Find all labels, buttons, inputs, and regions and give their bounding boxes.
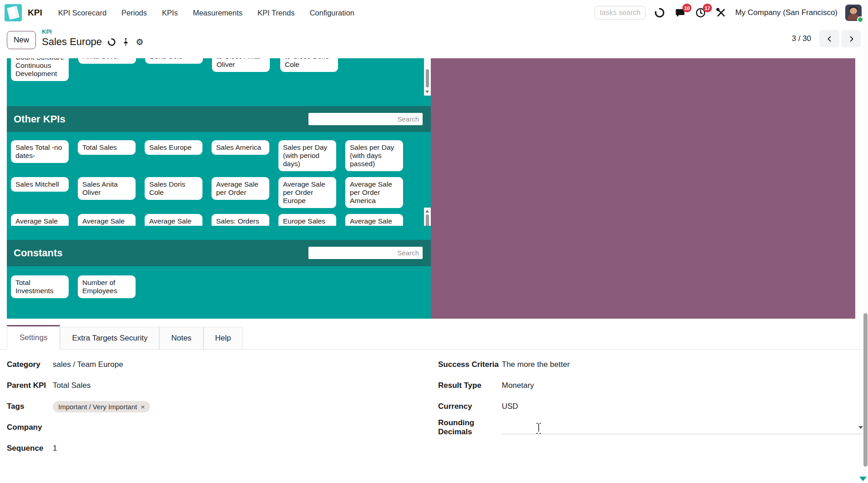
other-kpis-title: Other KPIs	[14, 106, 66, 132]
kpi-button[interactable]: Sales: Orders	[212, 214, 269, 226]
company-menu[interactable]: My Company (San Francisco)	[735, 8, 838, 17]
main-menu: KPI ScorecardPeriodsKPIsMeasurementsKPI …	[58, 9, 354, 17]
app-menu-icon[interactable]	[5, 4, 22, 21]
constant-button[interactable]: Number of Employees	[78, 275, 136, 298]
kpi-button[interactable]: Sales Mitchell	[11, 177, 69, 192]
field-row-parent-kpi: Parent KPI Total Sales	[7, 375, 425, 396]
parent-kpi-value[interactable]: Total Sales	[53, 381, 91, 390]
nav-item[interactable]: KPI Scorecard	[58, 9, 106, 17]
kpi-button[interactable]: Total Sales	[78, 140, 136, 155]
user-avatar[interactable]	[845, 5, 862, 21]
other-kpis-grid: Sales Total -no dates-Total SalesSales E…	[7, 133, 431, 226]
scrollbar-thumb[interactable]	[426, 69, 429, 87]
nav-item[interactable]: Periods	[121, 9, 147, 17]
field-row-sequence: Sequence 1	[7, 438, 425, 459]
kpi-button[interactable]: Sales per Day (with period days)	[278, 140, 336, 171]
browser-scrollbar[interactable]	[863, 0, 868, 483]
form-left-column: Category sales / Team Europe Parent KPI …	[7, 354, 425, 459]
activity-circle-icon[interactable]	[107, 37, 116, 46]
kpi-button[interactable]: Anita Oliver	[78, 58, 136, 64]
success-criteria-value[interactable]: The more the better	[502, 360, 570, 369]
tag-label: Important / Very Important	[58, 403, 137, 411]
tasks-search-input[interactable]	[595, 6, 646, 20]
other-kpis-search-input[interactable]	[308, 113, 423, 125]
app-brand[interactable]: KPI	[28, 8, 42, 18]
result-type-value[interactable]: Monetary	[502, 381, 534, 390]
kpi-button[interactable]: Sales Doris Cole	[145, 177, 202, 200]
kpi-button[interactable]: Sales Total -no dates-	[11, 140, 69, 163]
online-status-dot	[857, 16, 863, 23]
kpi-button[interactable]: Sales Anita Oliver	[78, 177, 136, 200]
kpi-button[interactable]: Average Sale	[11, 214, 69, 226]
dropdown-caret-icon[interactable]	[858, 426, 863, 429]
kpi-button[interactable]: Average Sale per Order Europe	[278, 177, 336, 208]
breadcrumb: KPI Sales Europe ⚙	[42, 28, 144, 48]
nav-item[interactable]: KPIs	[162, 9, 178, 17]
kpi-button[interactable]: Average Sale	[145, 214, 202, 226]
kpi-button[interactable]: Average Sale	[345, 214, 403, 226]
kpi-button[interactable]: Sales Europe	[145, 140, 202, 155]
tools-icon[interactable]	[715, 6, 727, 19]
category-value[interactable]: sales / Team Europe	[53, 360, 123, 369]
messages-icon[interactable]: 10	[674, 6, 686, 19]
field-row-company: Company	[7, 417, 425, 438]
kpi-button[interactable]: Doris Cole	[145, 58, 203, 64]
kpi-button[interactable]: Europe Sales	[278, 214, 336, 226]
tab-notes[interactable]: Notes	[159, 327, 203, 349]
currency-value[interactable]: USD	[502, 402, 518, 411]
scroll-up-arrow-icon[interactable]	[425, 210, 429, 213]
scrollbar-track[interactable]	[424, 208, 431, 226]
messages-badge: 10	[682, 4, 691, 12]
page: KPI KPI ScorecardPeriodsKPIsMeasurements…	[0, 0, 868, 483]
tab-help[interactable]: Help	[203, 327, 243, 349]
pager-counter: 3 / 30	[792, 34, 811, 43]
nav-item[interactable]: Measurements	[193, 9, 242, 17]
kpi-button[interactable]: Average Sale per Order America	[345, 177, 403, 208]
constants-grid: Total InvestmentsNumber of Employees	[7, 266, 431, 298]
field-row-currency: Currency USD	[438, 396, 864, 417]
browser-scrollbar-thumb[interactable]	[863, 313, 868, 467]
new-button[interactable]: New	[7, 31, 36, 49]
tag-remove-icon[interactable]: ×	[141, 403, 145, 410]
kpi-button[interactable]: to Close Anita Oliver	[212, 58, 270, 72]
kpi-button[interactable]: Average Sale per Order	[212, 177, 269, 200]
activities-clock-icon[interactable]: 17	[694, 6, 707, 19]
success-criteria-label: Success Criteria	[438, 360, 502, 369]
parent-kpi-label: Parent KPI	[7, 381, 53, 390]
company-label: Company	[7, 423, 53, 432]
nav-item[interactable]: KPI Trends	[257, 9, 295, 17]
text-cursor	[536, 422, 541, 432]
topbar-right: 10 17 My Company (San Francisco)	[595, 0, 862, 25]
field-row-category: Category sales / Team Europe	[7, 354, 425, 375]
kpi-app-logo-icon	[7, 6, 20, 20]
scrollbar-thumb[interactable]	[426, 214, 429, 226]
constants-search-input[interactable]	[308, 247, 423, 259]
tags-label: Tags	[7, 402, 53, 411]
rounding-decimals-label: Rounding Decimals	[438, 418, 502, 437]
other-kpis-scroll-area: Sales Total -no dates-Total SalesSales E…	[7, 133, 431, 226]
scroll-down-arrow-icon[interactable]	[425, 91, 429, 93]
tab-extra-targets-security[interactable]: Extra Targets Security	[60, 327, 159, 349]
kpi-button[interactable]: Count Software Continuous Development	[11, 58, 69, 81]
field-row-result-type: Result Type Monetary	[438, 375, 864, 396]
pager-previous-button[interactable]	[819, 30, 839, 47]
tab-settings[interactable]: Settings	[7, 325, 60, 350]
kpi-button[interactable]: to Close Doris Cole	[280, 58, 338, 72]
pager-next-button[interactable]	[841, 30, 861, 47]
tag-pill[interactable]: Important / Very Important ×	[53, 401, 150, 412]
kpi-button[interactable]: Sales America	[212, 140, 269, 155]
gear-icon[interactable]: ⚙	[135, 37, 144, 46]
record-title: Sales Europe	[42, 36, 102, 48]
constant-button[interactable]: Total Investments	[11, 275, 69, 298]
breadcrumb-model-link[interactable]: KPI	[42, 28, 144, 35]
discuss-icon[interactable]	[653, 6, 666, 19]
nav-item[interactable]: Configuration	[310, 9, 354, 17]
kpi-button[interactable]: Sales per Day (with days passed)	[345, 140, 403, 171]
record-pager: 3 / 30	[792, 30, 861, 47]
scrollbar-track[interactable]	[424, 58, 431, 96]
pin-icon[interactable]	[121, 37, 130, 46]
sequence-value[interactable]: 1	[53, 444, 57, 453]
category-label: Category	[7, 360, 53, 369]
kpi-button[interactable]: Average Sale	[78, 214, 136, 226]
rounding-decimals-input[interactable]	[502, 421, 864, 434]
